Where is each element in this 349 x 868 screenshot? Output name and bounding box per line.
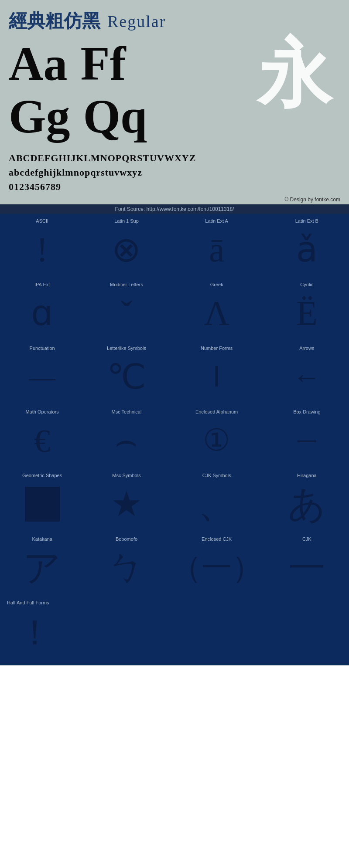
char-cell: Number FormsⅠ xyxy=(169,341,265,405)
preview-area: Aa Ff Gg Qq 永 xyxy=(9,37,340,143)
char-label: Punctuation xyxy=(30,346,55,352)
char-label: Math Operators xyxy=(25,409,58,415)
char-label: Katakana xyxy=(32,536,52,542)
half-full-char: ！ xyxy=(0,609,349,657)
char-cell: Box Drawing─ xyxy=(265,405,349,468)
char-label: CJK Symbols xyxy=(202,473,231,479)
char-label: Modifier Letters xyxy=(110,282,143,288)
char-symbol: あ xyxy=(288,486,326,523)
digits: 0123456789 xyxy=(9,180,340,194)
char-symbol: ⌢ xyxy=(115,423,138,458)
char-cell: Latin Ext Bǎ xyxy=(265,214,349,278)
char-label: Enclosed Alphanum xyxy=(195,409,238,415)
char-label: Greek xyxy=(210,282,223,288)
char-symbol: € xyxy=(34,424,51,457)
half-full-label: Half And Full Forms xyxy=(0,596,349,609)
char-cell: Latin 1 Sup⊗ xyxy=(84,214,168,278)
preview-letter-ff: Ff xyxy=(80,37,126,90)
copyright-row: © Design by fontke.com xyxy=(0,196,349,204)
char-label: Latin 1 Sup xyxy=(114,218,139,224)
char-cell: Bopomofoㄅ xyxy=(84,532,168,596)
char-label: Box Drawing xyxy=(293,409,320,415)
char-symbol: ā xyxy=(209,232,225,267)
char-symbol: （一） xyxy=(171,553,263,583)
char-symbol: ⊗ xyxy=(112,232,141,267)
preview-chinese-large: 永 xyxy=(257,37,332,112)
char-cell: Hiraganaあ xyxy=(265,468,349,532)
font-title-english: Regular xyxy=(107,12,166,31)
char-label: Msc Symbols xyxy=(112,473,140,479)
char-symbol: Ë xyxy=(296,296,318,331)
char-symbol: ① xyxy=(203,425,230,456)
char-cell: Latin Ext Aā xyxy=(169,214,265,278)
char-cell: Geometric Shapes xyxy=(0,468,84,532)
char-cell: Katakanaア xyxy=(0,532,84,596)
char-cell: Letterlike Symbols℃ xyxy=(84,341,168,405)
char-symbol: ㄅ xyxy=(108,549,145,587)
font-title-chinese: 經典粗仿黑 xyxy=(9,9,100,33)
source-row: Font Source: http://www.fontke.com/font/… xyxy=(0,204,349,214)
char-cell: Punctuation— xyxy=(0,341,84,405)
char-symbol: ǎ xyxy=(296,232,318,267)
char-symbol: ɑ xyxy=(31,296,53,331)
char-label: Arrows xyxy=(299,346,314,352)
char-grid: ASCII!Latin 1 Sup⊗Latin Ext AāLatin Ext … xyxy=(0,214,349,596)
font-title-row: 經典粗仿黑 Regular xyxy=(9,9,340,33)
alphabet-lower: abcdefghijklmnopqrstuvwxyz xyxy=(9,165,340,180)
char-label: Letterlike Symbols xyxy=(107,346,146,352)
preview-letter-qq: Qq xyxy=(83,90,147,143)
char-cell: Enclosed CJK（一） xyxy=(169,532,265,596)
char-symbol: ℃ xyxy=(107,359,146,394)
char-label: Geometric Shapes xyxy=(22,473,62,479)
char-cell: IPA Extɑ xyxy=(0,278,84,341)
char-label: Hiragana xyxy=(297,473,317,479)
char-symbol: Λ xyxy=(204,296,229,331)
half-full-section: Half And Full Forms！ xyxy=(0,596,349,665)
char-symbol: ア xyxy=(23,549,61,587)
char-cell: GreekΛ xyxy=(169,278,265,341)
char-symbol: ! xyxy=(36,232,48,267)
char-label: IPA Ext xyxy=(34,282,50,288)
char-label: Latin Ext A xyxy=(205,218,228,224)
char-cell: CJK Symbols、 xyxy=(169,468,265,532)
char-label: CJK xyxy=(302,536,311,542)
header-section: 經典粗仿黑 Regular Aa Ff Gg Qq 永 xyxy=(0,0,349,147)
char-label: ASCII xyxy=(36,218,48,224)
solid-square xyxy=(25,487,60,522)
char-cell: CJK一 xyxy=(265,532,349,596)
char-label: Cyrilic xyxy=(300,282,313,288)
char-label: Number Forms xyxy=(201,346,233,352)
char-symbol: ★ xyxy=(111,487,142,522)
char-cell: Arrows← xyxy=(265,341,349,405)
alphabet-upper: ABCDEFGHIJKLMNOPQRSTUVWXYZ xyxy=(9,151,340,165)
char-symbol: 一 xyxy=(288,549,325,587)
alphabet-section: ABCDEFGHIJKLMNOPQRSTUVWXYZ abcdefghijklm… xyxy=(0,147,349,196)
char-cell: CyrilicË xyxy=(265,278,349,341)
char-cell: Enclosed Alphanum① xyxy=(169,405,265,468)
char-symbol: ─ xyxy=(298,427,316,454)
char-label: Enclosed CJK xyxy=(202,536,232,542)
char-cell: ASCII! xyxy=(0,214,84,278)
char-symbol: Ⅰ xyxy=(212,363,221,391)
char-cell: Math Operators€ xyxy=(0,405,84,468)
source-text: Font Source: http://www.fontke.com/font/… xyxy=(115,206,234,212)
char-label: Bopomofo xyxy=(116,536,137,542)
char-cell: Msc Symbols★ xyxy=(84,468,168,532)
copyright-text: © Design by fontke.com xyxy=(284,197,340,203)
char-symbol: — xyxy=(29,364,55,390)
char-cell: Msc Technical⌢ xyxy=(84,405,168,468)
char-symbol: ← xyxy=(293,363,321,391)
char-cell: Modifier Lettersˇ xyxy=(84,278,168,341)
char-label: Msc Technical xyxy=(112,409,142,415)
char-symbol: 、 xyxy=(198,486,235,523)
preview-letter-aa: Aa xyxy=(9,37,67,90)
preview-letter-gg: Gg xyxy=(9,90,70,143)
char-symbol: ˇ xyxy=(121,296,133,331)
char-label: Latin Ext B xyxy=(295,218,318,224)
